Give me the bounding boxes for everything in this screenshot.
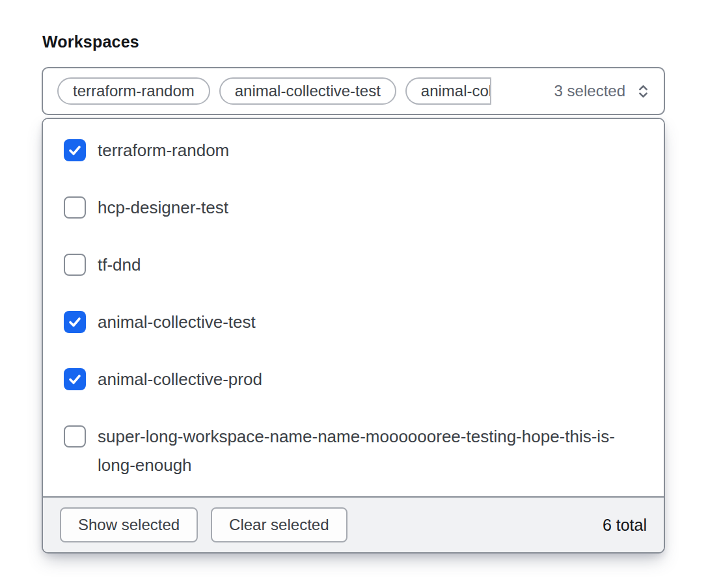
checkbox[interactable] [64, 311, 86, 333]
field-label: Workspaces [42, 33, 666, 51]
option-label: terraform-random [98, 136, 229, 165]
selected-chips: terraform-random animal-collective-test … [57, 77, 491, 105]
multiselect-control[interactable]: terraform-random animal-collective-test … [42, 67, 665, 115]
checkbox[interactable] [64, 254, 86, 276]
options-list: terraform-random hcp-designer-test tf-dn… [43, 119, 664, 496]
dropdown-panel: terraform-random hcp-designer-test tf-dn… [42, 118, 665, 554]
option-hcp-designer-test[interactable]: hcp-designer-test [43, 179, 664, 236]
check-icon [67, 142, 83, 158]
unfold-more-icon [634, 83, 652, 100]
option-terraform-random[interactable]: terraform-random [43, 122, 664, 179]
clear-selected-button[interactable]: Clear selected [211, 507, 347, 542]
option-label: super-long-workspace-name-name-moooooore… [98, 422, 643, 479]
workspaces-multiselect: Workspaces terraform-random animal-colle… [0, 0, 708, 554]
chip-animal-collective-test[interactable]: animal-collective-test [219, 77, 396, 105]
option-label: hcp-designer-test [98, 193, 228, 222]
selected-count-label: 3 selected [554, 82, 625, 100]
chip-terraform-random[interactable]: terraform-random [57, 77, 210, 105]
option-label: animal-collective-prod [98, 365, 262, 394]
option-animal-collective-test[interactable]: animal-collective-test [43, 293, 664, 351]
check-icon [67, 371, 83, 387]
chip-animal-collective-prod[interactable]: animal-collective-prod [405, 77, 490, 105]
option-label: animal-collective-test [98, 308, 256, 336]
checkbox[interactable] [64, 196, 86, 219]
chip-clip-container: animal-collective-prod [405, 77, 491, 105]
option-super-long-workspace[interactable]: super-long-workspace-name-name-moooooore… [43, 408, 664, 494]
checkbox[interactable] [64, 139, 86, 161]
option-animal-collective-prod[interactable]: animal-collective-prod [43, 351, 664, 408]
check-icon [67, 314, 83, 330]
total-count-label: 6 total [603, 516, 648, 535]
show-selected-button[interactable]: Show selected [60, 507, 198, 542]
checkbox[interactable] [64, 425, 86, 448]
checkbox[interactable] [64, 368, 86, 390]
dropdown-footer: Show selected Clear selected 6 total [43, 496, 664, 552]
option-tf-dnd[interactable]: tf-dnd [43, 236, 664, 293]
option-label: tf-dnd [98, 250, 141, 279]
